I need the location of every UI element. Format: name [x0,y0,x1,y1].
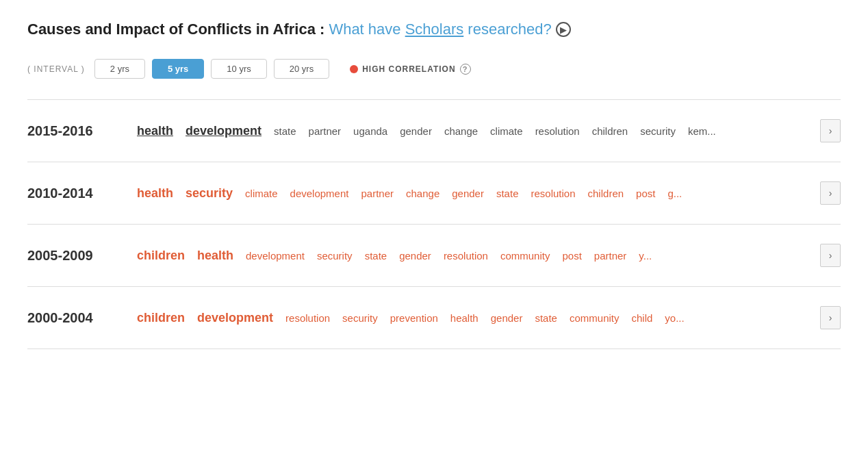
keyword-2005-2009-4[interactable]: state [365,250,387,262]
keyword-2015-2016-6[interactable]: change [444,125,478,137]
keyword-2000-2004-7[interactable]: state [535,312,557,324]
high-correlation-indicator: HIGH CORRELATION ? [350,64,470,75]
keyword-2015-2016-10[interactable]: security [640,125,676,137]
period-label-2005-2009: 2005-2009 [27,248,137,264]
keyword-2015-2016-9[interactable]: children [592,125,628,137]
title-static: Causes and Impact of Conflicts in Africa… [27,21,324,38]
keyword-2010-2014-1[interactable]: security [186,186,233,201]
keyword-2015-2016-8[interactable]: resolution [535,125,580,137]
keyword-2010-2014-10[interactable]: post [636,188,655,199]
keyword-2000-2004-1[interactable]: development [197,311,273,325]
title-link-what[interactable]: What have Scholars researched? [329,21,551,38]
period-row-2015-2016: 2015-2016healthdevelopmentstatepartnerug… [27,100,841,162]
keyword-2000-2004-10[interactable]: yo... [665,312,684,324]
keyword-2000-2004-9[interactable]: child [632,312,653,324]
high-correlation-label: HIGH CORRELATION [362,64,455,74]
period-row-2000-2004: 2000-2004childrendevelopmentresolutionse… [27,287,841,349]
keyword-2015-2016-3[interactable]: partner [309,125,342,137]
more-btn-2015-2016[interactable]: › [820,119,841,142]
keywords-2005-2009: childrenhealthdevelopmentsecuritystatege… [137,249,817,263]
keyword-2010-2014-2[interactable]: climate [245,188,278,199]
title-info-icon[interactable]: ▶ [556,22,571,37]
interval-row: ( INTERVAL ) 2 yrs 5 yrs 10 yrs 20 yrs H… [27,59,841,79]
keyword-2015-2016-1[interactable]: development [186,124,261,138]
interval-btn-20yrs[interactable]: 20 yrs [274,59,329,79]
keywords-2000-2004: childrendevelopmentresolutionsecuritypre… [137,311,817,325]
keyword-2005-2009-9[interactable]: partner [594,250,627,262]
keyword-2010-2014-11[interactable]: g... [667,188,682,199]
keyword-2005-2009-7[interactable]: community [500,250,550,262]
keyword-2015-2016-5[interactable]: gender [400,125,432,137]
keywords-2010-2014: healthsecurityclimatedevelopmentpartnerc… [137,186,817,201]
keyword-2005-2009-10[interactable]: y... [639,250,652,262]
keyword-2005-2009-3[interactable]: security [317,250,353,262]
title-row: Causes and Impact of Conflicts in Africa… [27,21,841,38]
more-btn-2000-2004[interactable]: › [820,306,841,329]
keyword-2010-2014-5[interactable]: change [406,188,439,199]
period-label-2010-2014: 2010-2014 [27,186,137,201]
interval-btn-2yrs[interactable]: 2 yrs [94,59,145,79]
keyword-2000-2004-8[interactable]: community [570,312,620,324]
interval-btn-10yrs[interactable]: 10 yrs [211,59,266,79]
keyword-2000-2004-2[interactable]: resolution [285,312,330,324]
red-dot-icon [350,65,358,73]
keyword-2015-2016-2[interactable]: state [274,125,296,137]
keyword-2010-2014-6[interactable]: gender [452,188,484,199]
keyword-2015-2016-11[interactable]: kem... [688,125,716,137]
period-label-2015-2016: 2015-2016 [27,123,137,139]
keyword-2015-2016-0[interactable]: health [137,124,173,138]
keyword-2005-2009-2[interactable]: development [246,250,305,262]
keyword-2000-2004-4[interactable]: prevention [390,312,438,324]
interval-btn-5yrs[interactable]: 5 yrs [152,59,204,79]
keyword-2010-2014-0[interactable]: health [137,186,173,201]
keyword-2005-2009-0[interactable]: children [137,249,185,263]
period-row-2010-2014: 2010-2014healthsecurityclimatedevelopmen… [27,162,841,225]
main-container: Causes and Impact of Conflicts in Africa… [0,0,868,370]
more-btn-2010-2014[interactable]: › [820,181,841,205]
keyword-2010-2014-4[interactable]: partner [361,188,394,199]
keyword-2010-2014-3[interactable]: development [290,188,349,199]
period-row-2005-2009: 2005-2009childrenhealthdevelopmentsecuri… [27,225,841,287]
keyword-2015-2016-4[interactable]: uganda [353,125,387,137]
keyword-2010-2014-7[interactable]: state [496,188,519,199]
period-rows: 2015-2016healthdevelopmentstatepartnerug… [27,100,841,349]
keyword-2005-2009-8[interactable]: post [562,250,581,262]
more-btn-2005-2009[interactable]: › [820,244,841,267]
period-label-2000-2004: 2000-2004 [27,310,137,326]
high-correlation-help-icon[interactable]: ? [460,64,471,75]
keyword-2005-2009-6[interactable]: resolution [444,250,488,262]
keyword-2000-2004-0[interactable]: children [137,311,185,325]
keyword-2000-2004-6[interactable]: gender [491,312,523,324]
keyword-2000-2004-3[interactable]: security [342,312,378,324]
keyword-2015-2016-7[interactable]: climate [490,125,523,137]
keyword-2010-2014-9[interactable]: children [588,188,624,199]
keyword-2000-2004-5[interactable]: health [450,312,478,324]
keyword-2005-2009-5[interactable]: gender [399,250,431,262]
keyword-2005-2009-1[interactable]: health [197,249,233,263]
keywords-2015-2016: healthdevelopmentstatepartnerugandagende… [137,124,817,138]
interval-label: ( INTERVAL ) [27,64,85,74]
keyword-2010-2014-8[interactable]: resolution [531,188,575,199]
